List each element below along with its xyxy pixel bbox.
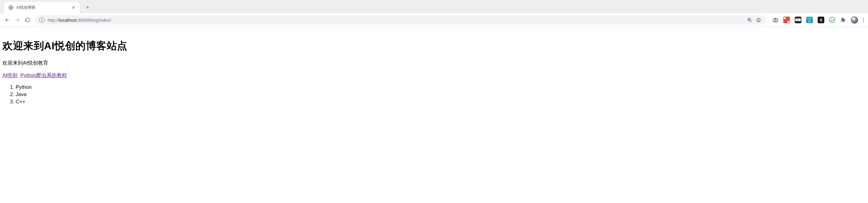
extension-x-icon[interactable]: X	[818, 17, 824, 23]
link-python-crawler-tutorial[interactable]: Python爬虫系统教程	[21, 73, 67, 78]
browser-chrome: AI悦创博客 ✕ + i http://localhost:8000/blog/…	[0, 0, 868, 27]
svg-point-4	[775, 19, 776, 21]
list-item: C++	[16, 99, 866, 105]
svg-marker-2	[756, 18, 761, 22]
reload-button[interactable]	[25, 17, 31, 23]
extensions-puzzle-icon[interactable]	[840, 17, 846, 23]
camera-icon[interactable]	[772, 17, 778, 23]
page-intro: 欢迎来到AI悦创教育	[2, 59, 866, 67]
nav-buttons	[4, 17, 31, 23]
extension-panda-icon[interactable]	[795, 17, 801, 23]
globe-icon	[8, 5, 13, 10]
browser-tab[interactable]: AI悦创博客 ✕	[4, 2, 80, 13]
list-item: Java	[16, 92, 866, 98]
toolbar-right-icons: i ON X	[770, 16, 864, 24]
back-button[interactable]	[4, 17, 10, 23]
zoom-icon[interactable]	[747, 17, 752, 23]
tab-title: AI悦创博客	[16, 5, 69, 10]
url-path: :8000/blog/index/	[77, 18, 111, 23]
extension-info-on-icon[interactable]: i ON	[806, 17, 813, 23]
forward-button[interactable]	[14, 17, 21, 23]
address-bar[interactable]: i http://localhost:8000/blog/index/	[35, 15, 766, 25]
page-content: 欢迎来到AI悦创的博客站点 欢迎来到AI悦创教育 AI悦创 Python爬虫系统…	[0, 27, 868, 113]
profile-avatar[interactable]	[851, 16, 858, 24]
link-aiyuechuang[interactable]: AI悦创	[2, 73, 18, 78]
site-info-icon[interactable]: i	[39, 17, 44, 23]
url-text: http://localhost:8000/blog/index/	[48, 18, 744, 23]
browser-menu-button[interactable]	[863, 18, 864, 22]
extension-check-icon[interactable]	[829, 17, 835, 23]
page-links: AI悦创 Python爬虫系统教程	[2, 72, 866, 79]
page-heading: 欢迎来到AI悦创的博客站点	[2, 39, 866, 53]
url-protocol: http://	[48, 18, 59, 23]
tab-strip: AI悦创博客 ✕ +	[0, 0, 868, 13]
svg-rect-3	[773, 19, 778, 22]
list-item: Python	[16, 84, 866, 90]
close-tab-icon[interactable]: ✕	[72, 5, 75, 10]
extension-window-icon[interactable]	[783, 17, 790, 23]
url-host: localhost	[59, 18, 77, 23]
bookmark-star-icon[interactable]	[755, 17, 762, 23]
new-tab-button[interactable]: +	[83, 3, 92, 12]
language-list: Python Java C++	[16, 84, 866, 105]
browser-toolbar: i http://localhost:8000/blog/index/ i ON…	[0, 13, 868, 27]
